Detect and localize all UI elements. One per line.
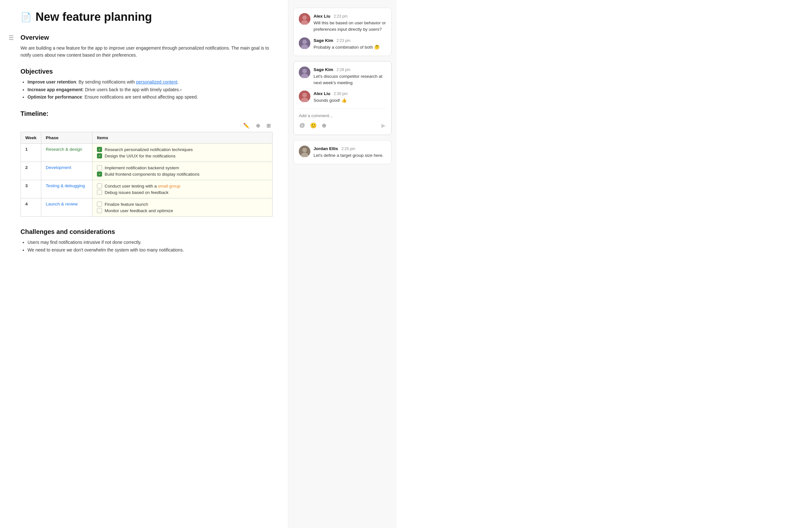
challenges-list: Users may find notifications intrusive i…: [20, 239, 273, 254]
timeline-heading: Timeline:: [20, 110, 273, 117]
table-row: 4 Launch & review Finalize feature launc…: [21, 198, 273, 217]
comment-author: Sage Kim: [314, 67, 333, 72]
item-text: Debug issues based on feedback: [105, 190, 169, 195]
list-item: Increase app engagement: Drive users bac…: [28, 86, 273, 94]
phase-cell: Launch & review: [41, 198, 92, 217]
overview-heading: Overview: [20, 34, 273, 41]
week-cell: 3: [21, 180, 41, 198]
comment-text: Probably a combination of both 🤔: [314, 44, 386, 51]
list-item: Users may find notifications intrusive i…: [28, 239, 273, 246]
checkbox-checked[interactable]: ✓: [97, 153, 102, 158]
item-row: ✓ Build frontend components to display n…: [97, 172, 268, 177]
avatar-image: [299, 90, 310, 102]
item-row: Debug issues based on feedback: [97, 190, 268, 195]
col-items: Items: [92, 132, 273, 144]
comment-text: Sounds good! 👍: [314, 97, 386, 104]
list-item: We need to ensure we don't overwhelm the…: [28, 246, 273, 254]
items-cell: Finalize feature launch Monitor user fee…: [92, 198, 273, 217]
item-text: Conduct user testing with a small group: [105, 184, 180, 188]
thread-item: Sage Kim 2:23 pm Probably a combination …: [299, 38, 386, 51]
item-row: Implement notification backend system: [97, 165, 268, 170]
table-row: 1 Research & design ✓ Research personali…: [21, 144, 273, 162]
comment-actions-left: @ 🙂 ⊕: [299, 122, 327, 130]
timeline-section: Timeline: ✏️ ⊕ ⊞ Week Phase Items 1 Rese…: [20, 110, 273, 217]
item-text: Build frontend components to display not…: [105, 172, 199, 177]
item-row: Monitor user feedback and optimize: [97, 208, 268, 213]
comment-text: Will this be based on user behavior or p…: [314, 20, 386, 33]
thread-body: Alex Liu 2:30 pm Sounds good! 👍: [314, 90, 386, 104]
avatar-sage: [299, 38, 310, 49]
checkbox-unchecked[interactable]: [97, 202, 102, 207]
list-item: Improve user retention: By sending notif…: [28, 79, 273, 86]
items-cell: ✓ Research personalized notification tec…: [92, 144, 273, 162]
page-title-row: 📄 New feature planning: [20, 10, 273, 24]
comment-input[interactable]: [299, 113, 386, 118]
week-cell: 1: [21, 144, 41, 162]
comment-input-area: @ 🙂 ⊕ ▶: [299, 109, 386, 130]
checkbox-unchecked[interactable]: [97, 183, 102, 188]
week-cell: 4: [21, 198, 41, 217]
comment-thread: Jordan Ellis 2:25 pm Let's define a targ…: [299, 146, 386, 159]
challenges-section: Challenges and considerations Users may …: [20, 228, 273, 254]
comment-thread: Sage Kim 2:28 pm Let's discuss competito…: [299, 67, 386, 104]
items-cell: Conduct user testing with a small group …: [92, 180, 273, 198]
item-row: ✓ Research personalized notification tec…: [97, 147, 268, 152]
comments-panel: Alex Liu 2:23 pm Will this be based on u…: [288, 0, 397, 528]
item-row: Finalize feature launch: [97, 202, 268, 207]
avatar-image: [299, 13, 310, 25]
svg-point-4: [302, 40, 307, 44]
col-week: Week: [21, 132, 41, 144]
mention-button[interactable]: @: [299, 122, 306, 130]
comment-time: 2:25 pm: [342, 146, 355, 151]
highlight-text: small group: [158, 184, 180, 188]
document-icon: 📄: [20, 12, 32, 23]
checkbox-unchecked[interactable]: [97, 190, 102, 195]
thread-meta: Alex Liu 2:23 pm: [314, 13, 386, 19]
thread-meta: Sage Kim 2:28 pm: [314, 67, 386, 72]
item-text: Monitor user feedback and optimize: [105, 208, 173, 213]
send-button[interactable]: ▶: [381, 122, 386, 130]
comment-text: Let's define a target group size here.: [314, 152, 386, 159]
comment-author: Alex Liu: [314, 14, 331, 18]
thread-body: Sage Kim 2:28 pm Let's discuss competito…: [314, 67, 386, 86]
comment-author: Jordan Ellis: [314, 146, 338, 151]
comment-time: 2:28 pm: [337, 68, 350, 72]
thread-item: Alex Liu 2:23 pm Will this be based on u…: [299, 13, 386, 33]
comment-card-2: Sage Kim 2:28 pm Let's discuss competito…: [293, 61, 392, 135]
emoji-button[interactable]: 🙂: [309, 122, 317, 130]
expand-table-button[interactable]: ⊕: [254, 121, 262, 130]
list-item: Optimize for performance: Ensure notific…: [28, 94, 273, 101]
personalized-content-link[interactable]: personalized content: [136, 80, 177, 85]
objective-bold-1: Improve user retention: [28, 80, 76, 85]
item-text: Implement notification backend system: [105, 166, 179, 170]
table-row: 2 Development Implement notification bac…: [21, 162, 273, 180]
col-phase: Phase: [41, 132, 92, 144]
svg-point-7: [302, 69, 307, 73]
svg-point-10: [302, 93, 307, 97]
checkbox-unchecked[interactable]: [97, 208, 102, 213]
checkbox-checked[interactable]: ✓: [97, 147, 102, 152]
side-indicator: [9, 35, 13, 40]
avatar-alex: [299, 90, 310, 102]
thread-body: Sage Kim 2:23 pm Probably a combination …: [314, 38, 386, 51]
edit-table-button[interactable]: ✏️: [241, 121, 251, 130]
comment-time: 2:23 pm: [337, 39, 350, 43]
comment-card-1: Alex Liu 2:23 pm Will this be based on u…: [293, 8, 392, 56]
avatar-image: [299, 67, 310, 78]
checkbox-unchecked[interactable]: [97, 165, 102, 170]
timeline-table: Week Phase Items 1 Research & design ✓ R…: [20, 132, 273, 217]
thread-body: Alex Liu 2:23 pm Will this be based on u…: [314, 13, 386, 33]
item-text: Research personalized notification techn…: [105, 147, 193, 152]
thread-body: Jordan Ellis 2:25 pm Let's define a targ…: [314, 146, 386, 159]
thread-item: Jordan Ellis 2:25 pm Let's define a targ…: [299, 146, 386, 159]
table-row: 3 Testing & debugging Conduct user testi…: [21, 180, 273, 198]
grid-table-button[interactable]: ⊞: [265, 121, 273, 130]
svg-point-13: [302, 148, 307, 152]
thread-meta: Jordan Ellis 2:25 pm: [314, 146, 386, 151]
avatar-sage: [299, 67, 310, 78]
attach-button[interactable]: ⊕: [321, 122, 327, 130]
comment-author: Alex Liu: [314, 91, 331, 96]
challenges-heading: Challenges and considerations: [20, 228, 273, 236]
checkbox-checked[interactable]: ✓: [97, 172, 102, 177]
week-cell: 2: [21, 162, 41, 180]
